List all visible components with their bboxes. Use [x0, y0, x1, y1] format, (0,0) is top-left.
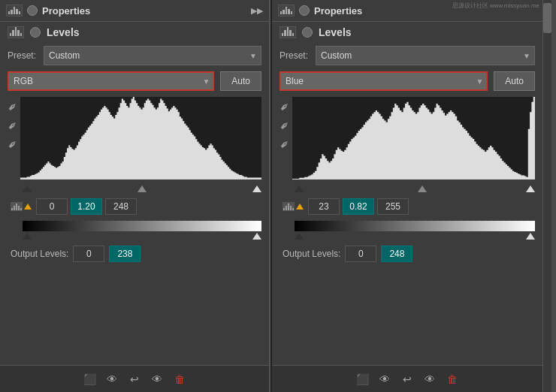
right-toolbar-clip-icon[interactable]: ⬛ — [354, 371, 370, 387]
circle-icon-right — [299, 5, 310, 16]
right-levels-title: Levels — [319, 26, 352, 38]
levels-sm-icon-left — [11, 202, 23, 211]
left-histogram-container — [20, 97, 261, 179]
left-eyedroppers: ✒ ✒ ✒ — [8, 97, 17, 179]
right-preset-label: Preset: — [280, 50, 310, 61]
left-gradient-bar-area — [23, 221, 261, 240]
left-eyedropper-gray[interactable]: ✒ — [4, 117, 21, 134]
circle-icon-left — [27, 5, 38, 16]
left-mid-point-handle[interactable] — [137, 185, 147, 192]
right-input-values-row — [283, 198, 535, 215]
left-sublabel-row: Levels — [0, 22, 269, 40]
right-header-left: Properties — [278, 5, 362, 17]
left-output-row: Output Levels: — [11, 246, 261, 262]
left-input-values-row — [11, 198, 261, 215]
left-input-gamma-value[interactable] — [71, 198, 102, 215]
right-output-white-value[interactable] — [381, 246, 412, 262]
right-panel-header: Properties — [272, 0, 542, 22]
right-output-black-handle[interactable] — [295, 233, 304, 240]
left-output-black-handle[interactable] — [23, 233, 32, 240]
right-channel-select[interactable]: RGB Red Green Blue — [280, 71, 488, 91]
right-input-white-value[interactable] — [377, 198, 409, 215]
levels-icon2-right — [280, 26, 296, 38]
right-toolbar-undo-icon[interactable]: ↩ — [399, 371, 415, 387]
left-header-icons: ▶▶ — [251, 6, 263, 16]
right-histogram-container — [292, 97, 535, 179]
circle-icon2-left — [30, 27, 41, 38]
left-warning-area — [11, 202, 33, 211]
left-bottom-toolbar: ⬛ 👁 ↩ 👁 🗑 — [0, 365, 269, 392]
left-output-black-value[interactable] — [73, 246, 104, 262]
right-white-point-handle[interactable] — [526, 185, 535, 192]
left-levels-title: Levels — [47, 26, 80, 38]
right-histogram-area: ✒ ✒ ✒ — [280, 97, 535, 179]
right-auto-button[interactable]: Auto — [494, 71, 535, 91]
right-channel-select-wrapper[interactable]: RGB Red Green Blue ▼ — [280, 71, 488, 91]
right-bottom-toolbar: ⬛ 👁 ↩ 👁 🗑 — [272, 365, 542, 392]
levels-sm-icon-right — [283, 202, 295, 211]
left-channel-row: RGB Red Green Blue ▼ Auto — [8, 71, 261, 91]
left-toolbar-clip-icon[interactable]: ⬛ — [81, 371, 98, 387]
right-preset-select-wrapper[interactable]: Custom ▼ — [316, 46, 535, 65]
left-preset-select[interactable]: Custom — [44, 46, 261, 65]
right-black-point-handle[interactable] — [295, 185, 304, 192]
left-eyedropper-white[interactable]: ✒ — [4, 136, 21, 153]
left-channel-select-wrapper[interactable]: RGB Red Green Blue ▼ — [8, 71, 214, 91]
left-preset-row: Preset: Custom ▼ — [8, 46, 261, 65]
right-output-row: Output Levels: — [283, 246, 535, 262]
right-input-gamma-value[interactable] — [343, 198, 374, 215]
right-output-black-value[interactable] — [345, 246, 376, 262]
right-warning-area — [283, 202, 305, 211]
left-eyedropper-black[interactable]: ✒ — [4, 98, 21, 116]
right-channel-row: RGB Red Green Blue ▼ Auto — [280, 71, 535, 91]
right-eyedropper-white[interactable]: ✒ — [276, 136, 293, 153]
left-output-white-handle[interactable] — [252, 233, 261, 240]
right-input-black-value[interactable] — [308, 198, 340, 215]
left-output-white-value[interactable] — [109, 246, 141, 262]
right-eyedropper-black[interactable]: ✒ — [276, 98, 293, 116]
left-double-arrow[interactable]: ▶▶ — [251, 6, 263, 16]
right-preset-select[interactable]: Custom — [316, 46, 535, 65]
left-panel: Properties ▶▶ Levels Preset: Custom ▼ — [0, 0, 270, 392]
left-histogram-area: ✒ ✒ ✒ — [8, 97, 261, 179]
right-toolbar-eye-icon[interactable]: 👁 — [376, 371, 393, 387]
left-black-point-handle[interactable] — [23, 185, 32, 192]
scrollbar[interactable] — [542, 0, 551, 392]
right-toolbar-eye2-icon[interactable]: 👁 — [422, 371, 438, 387]
left-toolbar-undo-icon[interactable]: ↩ — [126, 371, 143, 387]
left-output-handles — [23, 233, 261, 240]
right-panel: 思源设计社区 www.missyuan.me Properties Levels — [272, 0, 542, 392]
right-output-label: Output Levels: — [283, 249, 340, 259]
scrollbar-thumb[interactable] — [543, 3, 551, 33]
left-toolbar-eye2-icon[interactable]: 👁 — [149, 371, 165, 387]
right-output-white-handle[interactable] — [526, 233, 535, 240]
right-preset-row: Preset: Custom ▼ — [280, 46, 535, 65]
left-preset-select-wrapper[interactable]: Custom ▼ — [44, 46, 261, 65]
right-gradient-bar — [295, 221, 535, 231]
left-input-slider-row — [8, 185, 261, 192]
right-gradient-bar-area — [295, 221, 535, 240]
right-toolbar-trash-icon[interactable]: 🗑 — [444, 371, 461, 387]
levels-icon2-left — [8, 26, 24, 38]
left-toolbar-eye-icon[interactable]: 👁 — [104, 371, 120, 387]
levels-icon-right — [278, 5, 295, 17]
left-panel-content: Preset: Custom ▼ RGB Red Green Blue ▼ Au… — [0, 40, 269, 365]
left-auto-button[interactable]: Auto — [220, 71, 261, 91]
levels-icon-left — [6, 5, 23, 17]
left-channel-select[interactable]: RGB Red Green Blue — [8, 71, 214, 91]
left-white-point-handle[interactable] — [252, 185, 261, 192]
right-input-slider-row — [280, 185, 535, 192]
left-toolbar-trash-icon[interactable]: 🗑 — [171, 371, 188, 387]
right-eyedroppers: ✒ ✒ ✒ — [280, 97, 289, 179]
right-output-handles — [295, 233, 535, 240]
right-warning-triangle — [296, 204, 304, 210]
left-input-white-value[interactable] — [105, 198, 137, 215]
right-mid-point-handle[interactable] — [418, 185, 427, 192]
left-panel-header: Properties ▶▶ — [0, 0, 269, 22]
left-header-left: Properties — [6, 5, 90, 17]
left-preset-label: Preset: — [8, 50, 38, 61]
right-eyedropper-gray[interactable]: ✒ — [276, 117, 293, 134]
right-sublabel-row: Levels — [272, 22, 542, 40]
left-input-black-value[interactable] — [36, 198, 68, 215]
left-panel-title: Properties — [42, 5, 90, 17]
